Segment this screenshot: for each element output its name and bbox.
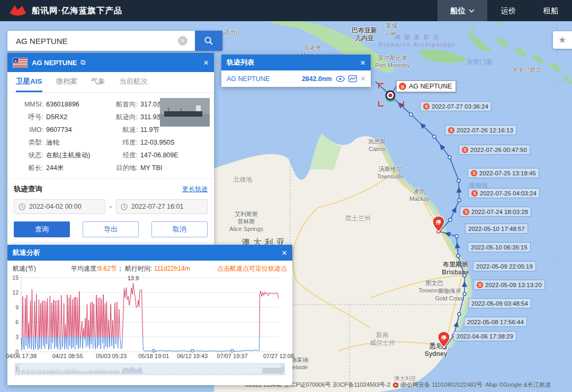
speed-chart[interactable]: 0369121513.9	[7, 273, 282, 354]
gov-badge-icon	[393, 382, 398, 388]
query-button[interactable]: 查询	[14, 221, 70, 237]
date-to-input[interactable]: 2022-07-27 16:01	[116, 199, 208, 214]
tab[interactable]: 气象	[91, 72, 105, 92]
speed-stats: 航速(节) 平均速度:9.62节； 航行时间: 111d22h14m 点击航速点…	[7, 261, 292, 273]
speed-panel-title: 航速分析	[13, 248, 40, 257]
chart-hint: 点击航速点可定位轨迹点	[217, 264, 287, 273]
satellite-badge-icon: S	[471, 190, 478, 197]
close-icon[interactable]: ×	[360, 58, 365, 67]
query-button[interactable]: 取消	[151, 221, 208, 237]
date-to-value: 2022-07-27 16:01	[131, 203, 184, 210]
field-value: 9607734	[46, 123, 72, 136]
nav-item[interactable]: 租船	[530, 0, 572, 21]
info-field: 经度: 147-06.809E	[107, 149, 178, 162]
tab[interactable]: 当前航次	[119, 72, 148, 92]
timestamp-text: 2022-07-26 00:47:50	[470, 147, 527, 153]
timestamp-text: 2022-05-09 22:05:19	[476, 263, 533, 270]
field-value: 油轮	[46, 136, 59, 149]
search-button[interactable]	[195, 31, 222, 51]
date-from-input[interactable]: 2022-04-02 00:00	[14, 199, 105, 214]
timestamp-text: 2022-05-10 17:48:57	[468, 226, 525, 232]
timestamp-text: 2022-07-24 18:03:28	[471, 209, 528, 215]
tab-label: 微档案	[56, 77, 78, 86]
ship-info: MMSI: 636018896 呼号: D5RX2 IMO: 9607734 类…	[7, 93, 214, 176]
query-button[interactable]: 导出	[83, 221, 139, 237]
timestamp-text: 2022-07-25 13:18:45	[479, 170, 536, 176]
timestamp-text: 2022-04-06 17:38:29	[457, 333, 513, 340]
info-field: 目的地: MY TBI	[107, 162, 178, 174]
field-label: 航迹向:	[107, 111, 138, 123]
tab-label: 卫星AIS	[16, 77, 42, 86]
button-label: 查询	[35, 225, 49, 234]
visibility-eye-icon[interactable]	[336, 76, 345, 82]
stop-pin-marker[interactable]: 停	[432, 216, 445, 232]
ship-panel-title: AG NEPTUNE	[32, 59, 77, 67]
topbar: 船讯网·亿海蓝旗下产品 船位 运价 租船	[0, 0, 572, 21]
timestamp-text: 2022-07-27 03:36:24	[432, 103, 488, 110]
track-timestamp-label[interactable]: 2022-04-06 17:38:29	[453, 331, 516, 341]
clear-search-icon[interactable]: ×	[178, 36, 187, 46]
field-value: D5RX2	[46, 111, 67, 123]
field-value: 636018896	[46, 98, 79, 111]
track-timestamp-label[interactable]: S 2022-07-26 12:16:13	[445, 125, 516, 135]
track-timestamp-label[interactable]: 2022-05-08 17:56:44	[464, 317, 527, 327]
track-row-name[interactable]: AG NEPTUNE	[227, 75, 298, 83]
track-timestamp-label[interactable]: S 2022-07-25 04:03:24	[468, 188, 540, 198]
brand[interactable]: 船讯网·亿海蓝旗下产品	[8, 4, 122, 17]
chevron-down-icon	[469, 9, 475, 13]
tab[interactable]: 微档案	[56, 72, 78, 92]
stop-pin-marker[interactable]: 停	[437, 331, 450, 348]
track-timestamp-label[interactable]: 2022-05-09 03:48:54	[468, 298, 531, 308]
field-value: 147-06.809E	[140, 149, 178, 162]
track-timestamp-label[interactable]: 2022-05-10 17:48:57	[465, 224, 528, 234]
info-field: 纬度: 12-03.950S	[107, 136, 178, 149]
speed-chart-icon[interactable]	[348, 75, 357, 82]
field-value: 11.9节	[140, 123, 159, 136]
track-timestamp-label[interactable]: S 2022-07-24 18:03:28	[460, 207, 531, 217]
search-input[interactable]	[7, 31, 195, 51]
field-label: 状态:	[14, 149, 43, 162]
info-field: MMSI: 636018896	[14, 98, 107, 111]
nav-item-label: 船位	[450, 6, 466, 16]
longer-track-link[interactable]: 更长轨迹	[182, 185, 208, 194]
track-timestamp-label[interactable]: S 2022-07-25 13:18:45	[468, 168, 539, 178]
nav-item[interactable]: 运价	[487, 0, 530, 21]
track-row-distance: 2842.0nm	[302, 75, 332, 83]
info-field: 呼号: D5RX2	[14, 111, 107, 123]
chart-brush[interactable]	[15, 363, 285, 375]
clock-icon	[19, 203, 25, 210]
favorite-star-button[interactable]: ★	[553, 31, 572, 49]
timestamp-text: 2022-07-25 04:03:24	[480, 190, 537, 197]
ship-photo[interactable]	[160, 98, 210, 127]
svg-text:15: 15	[12, 274, 19, 281]
timestamp-text: 2022-05-09 13:13:20	[485, 282, 542, 288]
x-tick-label: 07/07 19:37	[217, 353, 247, 359]
tab[interactable]: 卫星AIS	[16, 72, 42, 92]
close-icon[interactable]: ×	[282, 248, 287, 257]
track-timestamp-label[interactable]: S 2022-07-27 03:36:24	[420, 101, 491, 111]
track-timestamp-label[interactable]: S 2022-07-26 00:47:50	[459, 145, 530, 155]
x-tick-label: 04/06 17:38	[6, 353, 37, 359]
close-icon[interactable]: ×	[203, 58, 209, 67]
svg-text:停: 停	[435, 219, 441, 225]
track-timestamp-label[interactable]: 2022-05-10 06:35:15	[468, 242, 531, 252]
vessel-name: AG NEPTUNE	[409, 83, 452, 90]
track-timestamp-label[interactable]: S 2022-05-09 13:13:20	[473, 280, 545, 290]
top-navigation: 船位 运价 租船	[437, 0, 572, 21]
remove-track-icon[interactable]: ×	[361, 75, 365, 83]
track-timestamp-label[interactable]: 2022-05-09 22:05:19	[473, 261, 536, 271]
field-label: MMSI:	[14, 98, 43, 111]
avg-label: 平均速度:	[71, 265, 98, 272]
nav-item[interactable]: 船位	[437, 0, 487, 21]
edit-icon[interactable]: ⧉	[81, 58, 85, 67]
timestamp-text: 2022-07-26 12:16:13	[457, 127, 513, 133]
field-label: IMO:	[14, 123, 43, 136]
vessel-map-label[interactable]: S AG NEPTUNE	[396, 81, 456, 92]
svg-text:停: 停	[441, 335, 446, 341]
search-icon	[203, 35, 214, 46]
track-list-row: AG NEPTUNE 2842.0nm ×	[221, 70, 371, 87]
nav-item-label: 运价	[501, 6, 516, 16]
satellite-badge-icon: S	[477, 282, 483, 288]
shipxy-app: 巴布亚新 几内亚莱城 Lae俾 斯 麦 群 岛 Bismarck Archipe…	[0, 0, 572, 392]
copyright-right: 京公网安备 11010802022482号 -Map ©Google &长江航道	[401, 381, 551, 389]
